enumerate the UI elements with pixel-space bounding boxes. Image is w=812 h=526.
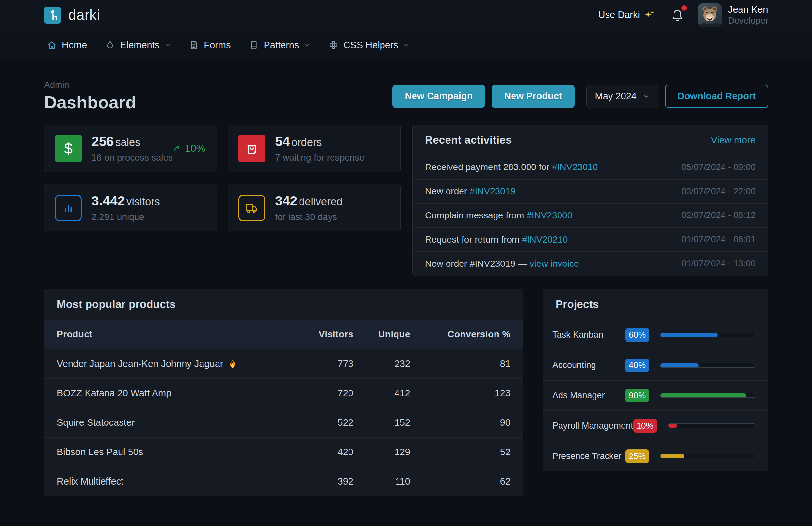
- popular-products-panel: Most popular products Product Visitors U…: [44, 289, 523, 496]
- user-name: Jean Ken: [728, 4, 768, 15]
- page-head: Admin Dashboard New Campaign New Product…: [44, 80, 768, 112]
- project-row: Presence Tracker 25%: [543, 441, 768, 471]
- activity-row: New order #INV23019 — view invoice 01/07…: [412, 251, 768, 276]
- new-campaign-button[interactable]: New Campaign: [392, 85, 485, 108]
- activity-date: 05/07/2024 - 09:00: [681, 162, 755, 172]
- view-more-link[interactable]: View more: [711, 135, 755, 146]
- month-select[interactable]: May 2024: [586, 85, 658, 108]
- visitors-value: 3.442: [91, 193, 125, 208]
- sales-delta: 10%: [173, 143, 205, 155]
- orders-subtitle: 7 waiting for response: [275, 152, 389, 163]
- product-visitors: 522: [301, 417, 353, 428]
- activity-date: 02/07/2024 - 08:12: [681, 210, 755, 220]
- invoice-link[interactable]: #INV23010: [552, 162, 598, 172]
- dollar-icon: $: [55, 135, 82, 162]
- activity-row: Complain message from #INV23000 02/07/20…: [412, 203, 768, 228]
- use-darki-label: Use Darki: [598, 10, 640, 20]
- notifications-button[interactable]: [670, 8, 684, 22]
- projects-panel: Projects Task Kanban 60% Accounting 40%: [543, 289, 768, 471]
- invoice-link[interactable]: #INV20210: [522, 234, 568, 245]
- activity-date: 03/07/2024 - 22:00: [681, 187, 755, 196]
- chevron-down-icon: [164, 42, 171, 48]
- home-icon: [47, 40, 57, 50]
- tablet-icon: [249, 40, 259, 50]
- nav-label-patterns: Patterns: [264, 40, 299, 50]
- product-visitors: 420: [301, 447, 353, 457]
- col-header-conversion: Conversion %: [410, 329, 510, 339]
- top-header: darki Use Darki: [0, 0, 812, 30]
- user-avatar[interactable]: [698, 3, 722, 27]
- product-unique: 412: [353, 388, 410, 399]
- truck-icon: [238, 194, 265, 221]
- page-title-block: Admin Dashboard: [44, 80, 136, 112]
- brand-logo[interactable]: darki: [44, 6, 100, 24]
- table-row: Squire Statocaster 522 152 90: [44, 408, 523, 437]
- recent-activities-title: Recent activities: [425, 134, 512, 146]
- product-name: Vender Japan Jean-Ken Johnny Jaguar: [57, 359, 223, 369]
- topbar-right: Use Darki: [598, 3, 768, 27]
- project-name: Accounting: [552, 360, 625, 370]
- nav-item-patterns[interactable]: Patterns: [246, 36, 313, 54]
- download-report-button[interactable]: Download Report: [665, 85, 768, 108]
- sparkles-icon: [644, 10, 655, 20]
- recent-activities-panel: Recent activities View more Received pay…: [412, 125, 768, 276]
- product-visitors: 720: [301, 388, 353, 399]
- project-percent-badge: 60%: [625, 328, 649, 342]
- project-name: Presence Tracker: [552, 451, 625, 461]
- darki-h-glyph: [46, 9, 59, 21]
- product-visitors: 392: [301, 476, 353, 487]
- sales-value: 256: [91, 134, 114, 149]
- progress-bar: [660, 363, 756, 368]
- product-name: Squire Statocaster: [57, 417, 135, 428]
- stat-card-sales: $ 256 sales 16 on process sales 10%: [44, 125, 217, 172]
- new-product-button[interactable]: New Product: [492, 85, 574, 108]
- stats-grid: $ 256 sales 16 on process sales 10%: [44, 125, 401, 232]
- fire-icon: [228, 359, 237, 369]
- project-name: Payroll Management: [552, 421, 633, 431]
- stat-card-delivered: 342 delivered for last 30 days: [228, 184, 401, 232]
- table-row: BOZZ Katana 20 Watt Amp 720 412 123: [44, 378, 523, 408]
- progress-bar: [660, 454, 756, 458]
- page-kicker: Admin: [44, 80, 136, 90]
- project-percent-badge: 90%: [625, 389, 649, 402]
- project-percent-badge: 10%: [633, 419, 657, 433]
- nav-label-home: Home: [62, 40, 87, 50]
- delivered-value: 342: [275, 193, 297, 208]
- activity-row: New order #INV23019 03/07/2024 - 22:00: [412, 179, 768, 203]
- brand-name: darki: [68, 7, 100, 23]
- invoice-link[interactable]: #INV23000: [526, 210, 572, 220]
- visitors-unit: visitors: [126, 195, 160, 208]
- project-row: Ads Manager 90%: [543, 380, 768, 411]
- dashboard-page: darki Use Darki: [0, 0, 812, 526]
- nav-item-forms[interactable]: Forms: [187, 36, 233, 54]
- chevron-down-icon: [403, 42, 410, 48]
- product-visitors: 773: [301, 359, 353, 369]
- invoice-link[interactable]: #INV23019: [470, 186, 516, 196]
- projects-title: Projects: [555, 298, 599, 310]
- product-unique: 232: [353, 359, 410, 369]
- view-invoice-link[interactable]: view invoice: [530, 259, 579, 269]
- bar-chart-icon: [55, 194, 82, 221]
- page-actions: New Campaign New Product May 2024 Downlo…: [392, 85, 768, 108]
- product-name: Relix Multieffect: [57, 476, 124, 487]
- page-title: Dashboard: [44, 92, 136, 112]
- product-name: Bibson Les Paul 50s: [57, 447, 143, 457]
- droplet-icon: [105, 40, 115, 50]
- product-unique: 110: [353, 476, 410, 487]
- main-nav: Home Elements Forms Patterns: [0, 30, 812, 60]
- products-and-projects: Most popular products Product Visitors U…: [44, 289, 768, 496]
- nav-item-home[interactable]: Home: [44, 36, 89, 54]
- nav-item-elements[interactable]: Elements: [103, 36, 173, 54]
- use-darki-link[interactable]: Use Darki: [598, 10, 655, 20]
- progress-bar: [668, 423, 756, 428]
- product-conversion: 123: [410, 388, 510, 399]
- col-header-product: Product: [57, 329, 301, 339]
- activity-row: Received payment 283.000 for #INV23010 0…: [412, 155, 768, 179]
- activity-date: 01/07/2024 - 13:00: [681, 259, 755, 269]
- activity-row: Request for return from #INV20210 01/07/…: [412, 227, 768, 251]
- sales-unit: sales: [115, 136, 141, 148]
- chevron-down-icon: [643, 93, 650, 100]
- project-name: Ads Manager: [552, 391, 625, 400]
- products-table-header: Product Visitors Unique Conversion %: [44, 320, 523, 349]
- nav-item-css-helpers[interactable]: CSS Helpers: [326, 36, 412, 54]
